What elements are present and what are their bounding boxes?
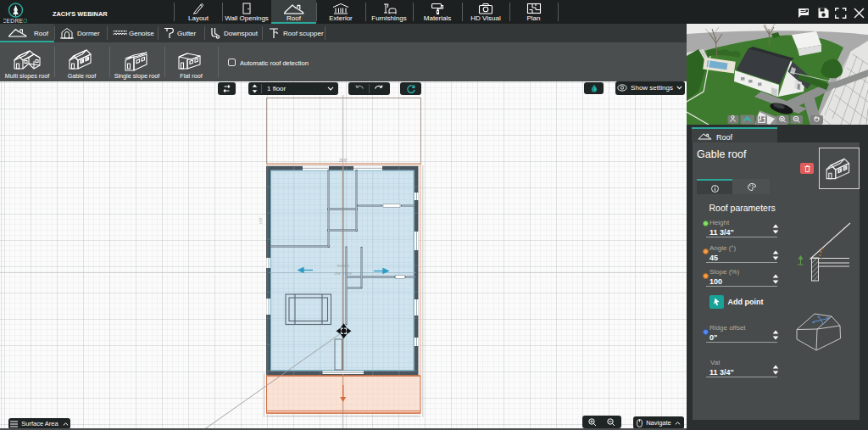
svg-text:19'8": 19'8" [259,216,263,224]
svg-text:29'6" X 19'8": 29'6" X 19'8" [334,272,353,276]
svg-text:29'6": 29'6" [339,159,348,163]
svg-text:ROOF 1: ROOF 1 [337,265,349,268]
svg-text:CEDREO: CEDREO [3,18,28,24]
